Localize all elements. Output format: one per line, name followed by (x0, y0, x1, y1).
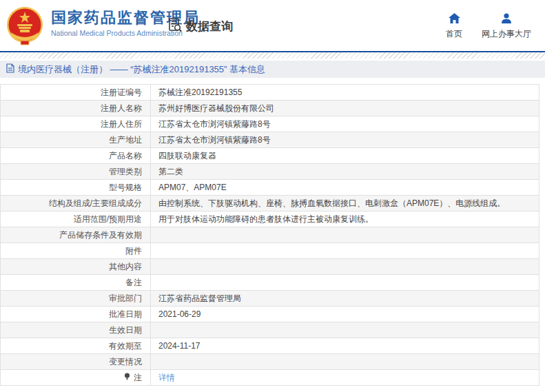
table-row: 产品储存条件及有效期 (1, 227, 539, 243)
field-label: 结构及组成/主要组成成分 (1, 196, 151, 211)
field-value: 详情 (151, 370, 539, 385)
table-row: 适用范围/预期用途 用于对肢体运动功能障碍的患者肢体进行主被动康复训练。 (1, 212, 539, 227)
table-row: 结构及组成/主要组成成分 由控制系统、下肢驱动机构、座椅、脉搏血氧数据接口、电刺… (1, 196, 539, 212)
field-value: 2024-11-17 (151, 338, 539, 353)
field-value (151, 259, 539, 274)
nav-item-home[interactable]: 首页 (446, 13, 462, 40)
field-label: 注册证编号 (1, 85, 151, 100)
table-row: 管理类别 第二类 (1, 164, 539, 180)
field-label: 产品储存条件及有效期 (1, 227, 151, 243)
home-icon (449, 13, 460, 25)
table-row: 变更情况 (1, 354, 539, 370)
field-label: 变更情况 (1, 354, 151, 369)
nav-item-home-label: 首页 (446, 28, 462, 40)
field-label: 生效日期 (1, 322, 151, 338)
registration-detail-table: 注册证编号 苏械注准20192191355 注册人名称 苏州好博医疗器械股份有限… (0, 84, 539, 386)
table-row: 型号规格 APM07、APM07E (1, 180, 539, 196)
field-value: 2021-06-29 (151, 307, 539, 322)
details-link[interactable]: 详情 (158, 372, 175, 384)
national-emblem-icon (6, 6, 44, 46)
table-row: 注册人名称 苏州好博医疗器械股份有限公司 (1, 101, 539, 116)
field-label: 管理类别 (1, 164, 151, 179)
field-label: 有效期至 (1, 338, 151, 353)
nav-item-service-hall[interactable]: 网上办事大厅 (482, 13, 531, 40)
table-row: 注 详情 (1, 370, 539, 386)
user-icon (501, 13, 512, 25)
field-label: 备注 (1, 275, 151, 290)
field-label: 适用范围/预期用途 (1, 212, 151, 227)
note-icon (124, 373, 130, 382)
top-nav: 首页 网上办事大厅 (446, 13, 531, 40)
field-label: 生产地址 (1, 132, 151, 147)
field-value: 江苏省药品监督管理局 (151, 291, 539, 306)
field-label: 产品名称 (1, 148, 151, 163)
field-label: 注册人名称 (1, 101, 151, 116)
field-value: 用于对肢体运动功能障碍的患者肢体进行主被动康复训练。 (151, 212, 539, 227)
breadcrumb: 境内医疗器械（注册） —— “苏械注准20192191355” 基本信息 (0, 61, 545, 78)
table-row: 审批部门 江苏省药品监督管理局 (1, 291, 539, 307)
table-row: 备注 (1, 275, 539, 291)
table-row: 附件 (1, 243, 539, 259)
field-value: 江苏省太仓市浏河镇紫藤路8号 (151, 116, 539, 132)
hatch-texture (0, 52, 545, 59)
field-value: 江苏省太仓市浏河镇紫藤路8号 (151, 132, 539, 147)
field-value (151, 227, 539, 243)
field-value (151, 354, 539, 369)
table-row: 生产地址 江苏省太仓市浏河镇紫藤路8号 (1, 132, 539, 148)
table-row: 批准日期 2021-06-29 (1, 307, 539, 322)
breadcrumb-text: 境内医疗器械（注册） —— “苏械注准20192191355” 基本信息 (18, 63, 265, 76)
field-value (151, 275, 539, 290)
table-row: 有效期至 2024-11-17 (1, 338, 539, 354)
table-row: 其他内容 (1, 259, 539, 275)
field-value: APM07、APM07E (151, 180, 539, 195)
field-label: 审批部门 (1, 291, 151, 306)
table-row: 生效日期 (1, 322, 539, 338)
data-query-icon (167, 17, 183, 36)
field-value: 由控制系统、下肢驱动机构、座椅、脉搏血氧数据接口、电刺激盒（APM07E）、电源… (151, 196, 539, 211)
field-value (151, 243, 539, 258)
field-label: 附件 (1, 243, 151, 258)
table-row: 注册人住所 江苏省太仓市浏河镇紫藤路8号 (1, 116, 539, 132)
field-label: 注 (1, 370, 151, 385)
field-value: 苏械注准20192191355 (151, 85, 539, 100)
table-row: 产品名称 四肢联动康复器 (1, 148, 539, 164)
field-label: 批准日期 (1, 307, 151, 322)
field-label-text: 注 (134, 372, 142, 384)
data-query-tab[interactable]: 数据查询 (167, 17, 233, 36)
field-label: 注册人住所 (1, 116, 151, 132)
field-label: 其他内容 (1, 259, 151, 274)
table-row: 注册证编号 苏械注准20192191355 (1, 85, 539, 101)
field-label: 型号规格 (1, 180, 151, 195)
nav-item-service-hall-label: 网上办事大厅 (482, 28, 531, 40)
data-query-label: 数据查询 (186, 19, 233, 34)
field-value: 苏州好博医疗器械股份有限公司 (151, 101, 539, 116)
field-value (151, 322, 539, 338)
document-icon (6, 63, 14, 75)
field-value: 第二类 (151, 164, 539, 179)
page-header: 国家药品监督管理局 National Medical Products Admi… (0, 0, 545, 51)
field-value: 四肢联动康复器 (151, 148, 539, 163)
